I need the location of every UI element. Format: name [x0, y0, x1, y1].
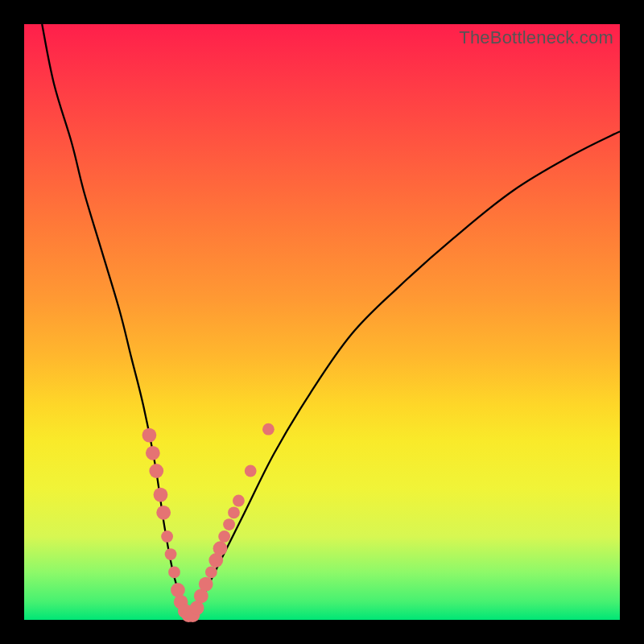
data-point-marker: [156, 506, 171, 520]
data-point-marker: [218, 530, 230, 543]
data-point-marker: [205, 566, 217, 578]
data-point-marker: [161, 530, 173, 543]
data-point-marker: [199, 577, 213, 592]
data-point-marker: [168, 566, 180, 578]
plot-area: TheBottleneck.com: [24, 24, 620, 620]
data-point-marker: [245, 465, 257, 477]
data-point-marker: [146, 446, 160, 460]
data-point-marker: [223, 518, 235, 530]
data-point-marker: [165, 548, 177, 560]
bottleneck-curve: [42, 24, 620, 619]
data-point-marker: [233, 495, 245, 507]
data-point-marker: [262, 423, 275, 436]
curve-layer: [24, 24, 620, 620]
chart-frame: TheBottleneck.com: [0, 0, 644, 644]
data-point-marker: [213, 541, 228, 555]
data-point-marker: [154, 488, 168, 502]
data-point-marker: [142, 428, 157, 443]
data-point-marker: [228, 506, 240, 518]
marker-group: [142, 423, 275, 622]
data-point-marker: [149, 464, 163, 478]
data-point-marker: [171, 583, 185, 597]
